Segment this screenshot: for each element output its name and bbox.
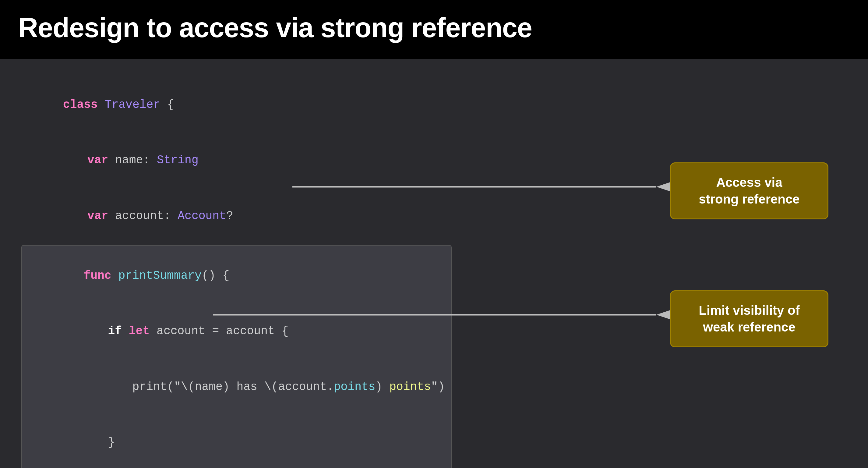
header: Redesign to access via strong reference	[0, 0, 868, 59]
strong-reference-label: Access via strong reference	[699, 175, 800, 206]
strong-reference-annotation: Access via strong reference	[670, 163, 828, 220]
close-if-line: }	[28, 415, 445, 468]
weak-visibility-annotation: Limit visibility of weak reference	[670, 290, 828, 347]
weak-visibility-box: Limit visibility of weak reference	[670, 290, 828, 347]
class-keyword: class	[63, 98, 98, 111]
page-title: Redesign to access via strong reference	[18, 12, 850, 43]
var-name-line: var name: String	[21, 133, 670, 188]
main-content: class Traveler { var name: String var ac…	[0, 59, 868, 468]
var-account-line: var account: Account?	[21, 188, 670, 244]
func-print-summary-line: func printSummary() {	[28, 248, 445, 303]
weak-visibility-label: Limit visibility of weak reference	[699, 303, 800, 334]
annotations-panel: Access via strong reference Limit visibi…	[670, 77, 847, 468]
code-section: class Traveler { var name: String var ac…	[21, 77, 670, 468]
if-let-line: if let account = account {	[28, 304, 445, 359]
strong-reference-box: Access via strong reference	[670, 163, 828, 220]
traveler-class-line: class Traveler {	[21, 77, 670, 133]
traveler-class-name: Traveler	[105, 98, 160, 111]
print-line: print("\(name) has \(account.points) poi…	[28, 359, 445, 415]
print-summary-block: func printSummary() { if let account = a…	[21, 245, 452, 468]
